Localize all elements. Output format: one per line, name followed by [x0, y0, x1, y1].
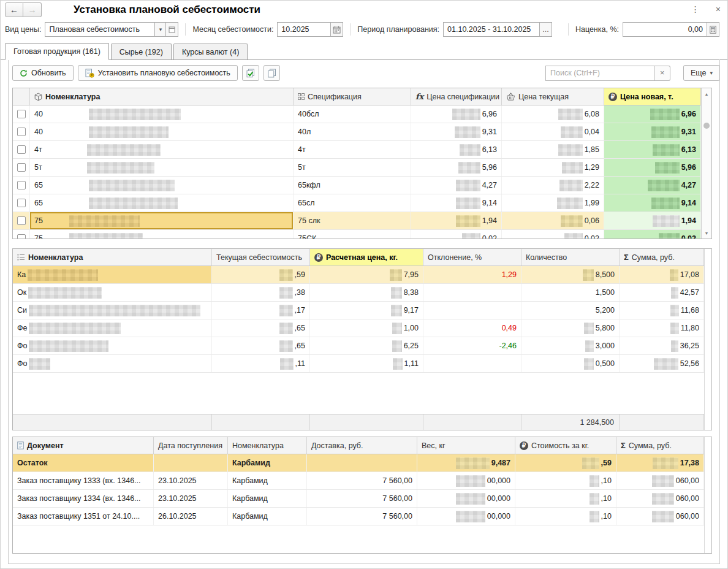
row-checkbox[interactable]: [17, 181, 26, 189]
column-header-spec_price[interactable]: fxЦена спецификации: [411, 88, 502, 105]
row-checkbox[interactable]: [17, 145, 26, 154]
grid-icon: [298, 93, 305, 100]
redacted-text: [653, 457, 678, 469]
table-row[interactable]: 6565кфл4,272,224,27: [13, 177, 711, 194]
uncheck-all-button[interactable]: [264, 65, 280, 81]
redacted-text: [671, 340, 678, 352]
column-header-cur_cost[interactable]: Текущая себестоимость: [212, 249, 310, 265]
vertical-scrollbar-track[interactable]: [704, 437, 711, 553]
table-row[interactable]: ОстатокКарбамид9,487,5917,38: [13, 454, 711, 472]
price-type-input[interactable]: [45, 22, 155, 37]
column-header-spec[interactable]: Спецификация: [294, 88, 411, 105]
column-header-new_price[interactable]: ₽Цена новая, т.: [604, 88, 701, 105]
set-cost-icon: [85, 69, 94, 78]
scroll-up-icon[interactable]: ▲: [702, 90, 711, 98]
column-header-date[interactable]: Дата поступления: [154, 437, 228, 454]
separator: [185, 23, 186, 36]
column-header-doc[interactable]: Документ: [13, 437, 154, 454]
table-row[interactable]: Фо,111,110,50052,56: [13, 355, 711, 373]
list-icon: [17, 254, 25, 261]
set-planned-cost-button[interactable]: Установить плановую себестоимость: [78, 65, 238, 81]
table-row[interactable]: 7575 слк1,940,061,94: [13, 212, 711, 230]
redacted-text: [89, 126, 169, 138]
row-checkbox[interactable]: [17, 110, 26, 118]
redacted-text: [458, 162, 480, 174]
markup-input[interactable]: [623, 22, 707, 37]
column-header-nom[interactable]: Номенклатура: [228, 437, 307, 454]
table-row[interactable]: 6565сл9,141,999,14: [13, 194, 711, 212]
tab-strip: Готовая продукция (161)Сырье (192)Курсы …: [0, 43, 728, 60]
table-row[interactable]: Заказ поставщику 1351 от 24.10....26.10.…: [13, 508, 711, 525]
search-clear-button[interactable]: ×: [654, 66, 670, 81]
cost-month-input[interactable]: [277, 22, 331, 37]
column-header-name[interactable]: Номенклатура: [13, 249, 212, 265]
materials-table-header: НоменклатураТекущая себестоимость₽Расчет…: [13, 249, 711, 266]
period-select-button[interactable]: ...: [540, 22, 552, 37]
more-button[interactable]: Еще ▾: [683, 65, 720, 81]
column-header-weight[interactable]: Вес, кг: [417, 437, 515, 454]
tab-finished-goods[interactable]: Готовая продукция (161): [5, 43, 109, 60]
products-table: НоменклатураСпецификацияfxЦена специфика…: [12, 88, 712, 239]
column-header-name[interactable]: Номенклатура: [30, 88, 294, 105]
redacted-text: [28, 269, 98, 281]
period-label: Период планирования:: [357, 25, 439, 34]
column-header-check[interactable]: [13, 88, 30, 105]
back-button[interactable]: ←: [5, 2, 23, 17]
redacted-text: [564, 233, 583, 239]
period-input[interactable]: [443, 22, 540, 37]
table-row[interactable]: Фо,656,25-2,463,00036,25: [13, 337, 711, 355]
column-header-calc_price[interactable]: ₽Расчетная цена, кг.: [310, 249, 423, 265]
table-row[interactable]: 7575СК0,020,020,02: [13, 230, 711, 239]
more-menu-icon[interactable]: ⋮: [691, 4, 700, 15]
redacted-text: [659, 233, 680, 239]
markup-calculator-button[interactable]: [707, 22, 719, 37]
table-row[interactable]: 4040л9,310,049,31: [13, 123, 711, 141]
close-icon[interactable]: ×: [716, 4, 721, 15]
search-input[interactable]: [545, 66, 654, 81]
table-row[interactable]: 4040бсл6,966,086,96: [13, 105, 711, 123]
table-row[interactable]: 5т5т5,961,295,96: [13, 159, 711, 177]
table-row[interactable]: Ка,597,951,298,50017,08: [13, 266, 711, 284]
products-table-body: 4040бсл6,966,086,964040л9,310,049,314т4т…: [13, 105, 711, 239]
table-row[interactable]: Фе,651,000,495,80011,80: [13, 319, 711, 337]
price-type-open-button[interactable]: [166, 22, 178, 37]
column-header-quantity[interactable]: Количество: [521, 249, 620, 265]
table-row[interactable]: 4т4т6,131,856,13: [13, 141, 711, 159]
redacted-text: [557, 197, 583, 209]
cost-month-calendar-button[interactable]: [331, 22, 343, 37]
column-header-delivery[interactable]: Доставка, руб.: [307, 437, 417, 454]
column-header-cur_price[interactable]: Цена текущая: [502, 88, 604, 105]
row-checkbox[interactable]: [17, 199, 26, 207]
redacted-text: [584, 323, 594, 334]
table-row[interactable]: Си,179,175,20011,68: [13, 302, 711, 319]
price-type-label: Вид цены:: [5, 25, 41, 34]
forward-button[interactable]: →: [23, 2, 42, 17]
vertical-scrollbar-track[interactable]: [704, 249, 711, 430]
redacted-text: [280, 358, 294, 370]
row-checkbox[interactable]: [17, 128, 26, 136]
chevron-down-icon: ▾: [710, 71, 713, 76]
table-row[interactable]: Ок,388,381,50042,57: [13, 284, 711, 302]
refresh-icon: [20, 69, 28, 77]
redacted-text: [650, 109, 680, 120]
column-header-price_kg[interactable]: ₽Стоимость за кг.: [515, 437, 616, 454]
redacted-text: [590, 475, 599, 487]
chevron-down-icon: ▾: [159, 27, 162, 32]
vertical-scrollbar[interactable]: ▲ ▼: [701, 88, 711, 239]
price-type-dropdown-button[interactable]: ▾: [155, 22, 166, 37]
table-row[interactable]: Заказ поставщику 1333 (вх. 1346...23.10.…: [13, 472, 711, 490]
column-header-sum[interactable]: ΣСумма, руб.: [620, 249, 704, 265]
scroll-down-icon[interactable]: ▼: [702, 229, 711, 237]
check-all-button[interactable]: [242, 65, 259, 81]
row-checkbox[interactable]: [17, 216, 26, 225]
column-header-sum[interactable]: ΣСумма, руб.: [616, 437, 704, 454]
row-checkbox[interactable]: [17, 163, 26, 172]
column-header-deviation[interactable]: Отклонение, %: [423, 249, 521, 265]
footer-cell-cur_cost: [212, 414, 310, 430]
table-row[interactable]: Заказ поставщику 1334 (вх. 1346...23.10.…: [13, 490, 711, 508]
scroll-thumb[interactable]: [703, 123, 710, 129]
refresh-button[interactable]: Обновить: [12, 65, 74, 81]
tab-raw-materials[interactable]: Сырье (192): [111, 44, 172, 59]
tab-currency-rates[interactable]: Курсы валют (4): [173, 44, 248, 59]
row-checkbox[interactable]: [17, 234, 26, 239]
